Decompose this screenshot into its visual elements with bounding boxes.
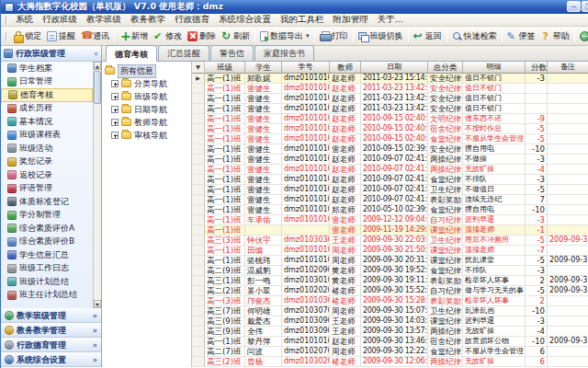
menu-item-6[interactable]: 我的工具栏 — [276, 14, 329, 26]
row-selector[interactable] — [192, 266, 205, 276]
row-selector[interactable] — [192, 347, 205, 357]
tree-node-category-nav[interactable]: 分类导航 — [104, 77, 189, 90]
table-row[interactable]: 高一(1)班雷健生dmz010101001赵老师2010-09-07 02:41… — [192, 165, 588, 175]
export-button[interactable]: 数据导出▾ — [257, 29, 312, 43]
table-row[interactable]: 高一(1)班车承佑dmz010101044雷老师2009-12-12 09:04… — [192, 215, 588, 225]
table-row[interactable]: 高一(1)班雷老师2009-11-19 14:29:00课堂纪律顶撞老师-1 — [192, 225, 588, 236]
sidebar-item-moral-assessment[interactable]: 德育考核 — [1, 88, 93, 102]
column-header-score[interactable]: 分数 — [526, 62, 548, 74]
maximize-button[interactable]: ❐ — [582, 1, 588, 12]
sidebar-item-fitness-standard[interactable]: 体质标准登记 — [1, 195, 93, 209]
scroll-up-icon[interactable]: ▲ — [94, 62, 101, 70]
sidebar-section-academic-teaching[interactable]: 教务教学管理» — [1, 323, 101, 338]
delete-button[interactable]: 删除 — [185, 29, 219, 43]
dropdown-arrow-icon[interactable]: ▾ — [306, 32, 310, 40]
collapse-chevron-icon[interactable]: « — [94, 50, 98, 58]
table-row[interactable]: 高三(2)班曾杨dmz010302050褚老师2009-09-30 12:06:… — [192, 357, 588, 367]
table-row[interactable]: 高一(1)班雷健生dmz010101001赵老师2010-09-07 02:41… — [192, 155, 588, 165]
tab-warning-letter[interactable]: 警告信 — [210, 45, 254, 61]
row-selector[interactable] — [192, 124, 205, 134]
menu-item-2[interactable]: 教学班级 — [82, 14, 126, 26]
table-row[interactable]: 高一(1)班黎丹萍dmz010101050赵老师2009-09-30 13:46… — [192, 337, 588, 347]
row-selector[interactable] — [192, 296, 205, 306]
tree-node-audit-nav[interactable]: 审核导航 — [104, 129, 189, 142]
sms-button[interactable]: 短信 — [577, 29, 588, 43]
row-selector[interactable] — [192, 84, 205, 94]
row-selector[interactable] — [192, 327, 205, 337]
table-row[interactable]: 高一(1)班雷健生dmz010101001赵老师2010-09-07 02:41… — [192, 185, 588, 195]
row-selector[interactable] — [192, 134, 205, 144]
row-selector[interactable] — [192, 114, 205, 124]
table-row[interactable]: 高三(3)班钟伏宇dmz010303024王老师2009-09-30 22:03… — [192, 236, 588, 246]
sidebar-item-leave-record[interactable]: 返校记录 — [1, 168, 93, 182]
sidebar-item-daily-management[interactable]: 日常管理 — [1, 75, 93, 89]
scrollbar-thumb[interactable] — [94, 71, 101, 104]
row-selector[interactable] — [192, 225, 205, 236]
table-row[interactable]: 高一(1)班田编dmz010101015周老师2009-09-30 21:50:… — [192, 246, 588, 256]
menu-item-0[interactable]: 系统 — [11, 14, 38, 26]
column-header-category[interactable]: 总分类 — [428, 62, 463, 74]
row-selector[interactable] — [192, 144, 205, 155]
sidebar-item-growth-history[interactable]: 成长历程 — [1, 102, 93, 116]
menu-item-4[interactable]: 行政德育 — [170, 14, 214, 26]
table-row[interactable]: 高二(2)班景小翠dmz010202002褚老师2009-09-30 15:52… — [192, 286, 588, 296]
sidebar-section-system-settings[interactable]: 系统综合设置» — [1, 352, 101, 367]
edit-button[interactable]: 修改 — [151, 29, 185, 43]
sidebar-item-reward-punishment[interactable]: 奖惩记录 — [1, 155, 93, 169]
sidebar-item-quality-eval-b[interactable]: 综合素质评价B — [1, 236, 93, 249]
sidebar-item-student-info-summary[interactable]: 学生信息汇总 — [1, 248, 93, 262]
table-row[interactable]: 高一(1)班雷健生dmz010101001赵老师2011-03-23 13:42… — [192, 94, 588, 104]
row-selector[interactable] — [192, 175, 205, 185]
table-row[interactable]: 高二(9)班温威豹dmz010209005黄老师2009-09-30 19:52… — [192, 266, 588, 276]
row-selector[interactable] — [192, 215, 205, 225]
table-row[interactable]: 高三(7)班何明雄dmz010307043周老师2009-09-30 15:07… — [192, 306, 588, 316]
memo-button[interactable]: 便签 — [504, 29, 538, 43]
column-header-note[interactable]: 备注 — [548, 62, 588, 74]
expand-plus-icon[interactable] — [111, 106, 119, 113]
sidebar-item-quality-eval-a[interactable]: 综合素质评价A — [1, 222, 93, 236]
row-selector[interactable] — [192, 104, 205, 114]
row-selector[interactable] — [192, 236, 205, 246]
column-header-student[interactable]: 学生 — [245, 62, 282, 74]
row-selector[interactable] — [192, 357, 205, 367]
sidebar-item-comment-management[interactable]: 评语管理 — [1, 182, 93, 196]
row-selector[interactable] — [192, 185, 205, 195]
row-selector[interactable] — [192, 165, 205, 175]
table-row[interactable]: 高一(1)班雷健生dmz010101001郑老师2010-05-10 02:39… — [192, 205, 588, 215]
lock-button[interactable]: 锁定 — [10, 29, 44, 43]
tree-node-teacher-nav[interactable]: 教师导航 — [104, 116, 189, 129]
table-row[interactable]: 高一(1)班雷健生dmz010101001赵老师2011-03-23 13:42… — [192, 84, 588, 94]
row-selector[interactable] — [192, 276, 205, 286]
table-row[interactable]: 高三(1)班彭一鸣dmz010301048黄老师2009-09-30 19:11… — [192, 276, 588, 286]
column-header-detail[interactable]: 明细 — [463, 62, 526, 74]
row-selector[interactable] — [192, 337, 205, 347]
back-button[interactable]: 返回 — [411, 29, 445, 43]
row-selector[interactable] — [192, 94, 205, 104]
table-row[interactable]: 高一(1)班雷健生dmz010101001赵老师2010-09-15 02:40… — [192, 124, 588, 134]
table-row[interactable]: 高一(3)班邝俊杰dmz010103042褚老师2009-09-30 15:28… — [192, 296, 588, 306]
class-switch-button[interactable]: 班级切换 — [356, 29, 406, 43]
column-header-id[interactable]: 学号 — [282, 62, 330, 74]
help-button[interactable]: 帮助 — [538, 29, 572, 43]
row-selector[interactable] — [192, 316, 205, 327]
tab-moral-assessment[interactable]: 德育考核 — [106, 45, 157, 62]
row-selector[interactable] — [192, 246, 205, 256]
expand-plus-icon[interactable] — [111, 132, 119, 139]
row-selector[interactable] — [192, 306, 205, 316]
refresh-button[interactable]: 刷新 — [219, 29, 253, 43]
sidebar-item-head-teacher-plan[interactable]: 班主任计划总结 — [1, 289, 93, 303]
print-button[interactable]: 打印 — [317, 29, 351, 43]
table-row[interactable]: 高一(1)班雷健生dmz010101001赵老师2011-03-23 13:42… — [192, 104, 588, 114]
expand-plus-icon[interactable] — [111, 80, 119, 87]
menu-item-3[interactable]: 教务教学 — [126, 14, 170, 26]
table-row[interactable]: 高一(1)班雷健生dmz010101001雷老师2010-09-15 02:39… — [192, 144, 588, 155]
tree-node-class-nav[interactable]: 班级导航 — [104, 90, 189, 103]
sidebar-section-moral-education[interactable]: 行政德育管理» — [1, 338, 101, 352]
table-row[interactable]: 高一(1)班雷健生dmz010101001赵老师2010-09-07 02:41… — [192, 175, 588, 185]
sidebar-section-teaching-class[interactable]: 教学班级管理» — [1, 308, 101, 323]
row-selector[interactable] — [192, 256, 205, 266]
row-selector[interactable] — [192, 205, 205, 215]
table-row[interactable]: 高三(9)班全伟dmz010309039王老师2009-09-30 13:57:… — [192, 327, 588, 337]
sidebar-item-class-schedule[interactable]: 班级课程表 — [1, 129, 93, 143]
menu-item-7[interactable]: 附加管理 — [329, 14, 373, 26]
